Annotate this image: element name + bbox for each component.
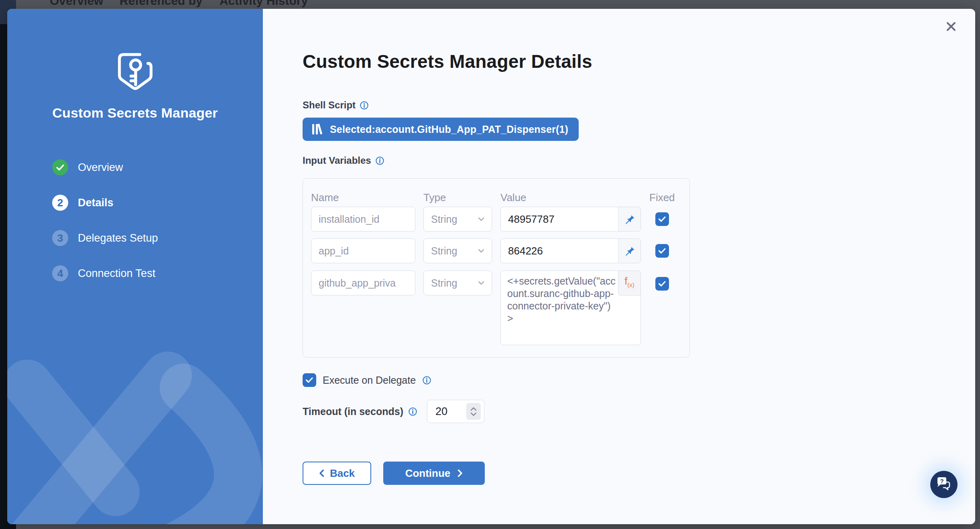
shield-key-icon	[115, 51, 155, 96]
variable-value-input[interactable]: <+secrets.getValue("account.suranc-githu…	[500, 271, 641, 345]
info-icon[interactable]	[422, 376, 431, 385]
step-label: Delegates Setup	[78, 232, 158, 244]
variable-value-text: <+secrets.getValue("account.suranc-githu…	[507, 275, 616, 324]
continue-button-label: Continue	[405, 467, 451, 480]
step-number: 2	[52, 195, 68, 211]
step-label: Overview	[78, 161, 123, 174]
continue-button[interactable]: Continue	[383, 462, 485, 485]
variable-name-input[interactable]: app_id	[311, 238, 415, 263]
step-number: 4	[52, 265, 68, 281]
variable-type-value: String	[431, 277, 457, 289]
custom-secrets-manager-modal: Custom Secrets Manager Overview 2 Detail…	[7, 9, 975, 524]
step-details[interactable]: 2 Details	[52, 195, 158, 211]
variable-name-input[interactable]: github_app_priva	[311, 271, 415, 295]
fixed-value-pin-icon[interactable]	[618, 239, 640, 263]
harness-logo-watermark	[7, 324, 263, 524]
execute-on-delegate-row: Execute on Delegate	[303, 373, 431, 387]
variable-value-text: 864226	[508, 245, 543, 257]
input-variables-table: Name Type Value Fixed installation_id St…	[303, 178, 690, 358]
chevron-down-icon	[478, 281, 484, 285]
template-library-icon	[311, 123, 323, 136]
variable-value-text: 48957787	[508, 213, 555, 226]
wizard-sidebar: Custom Secrets Manager Overview 2 Detail…	[7, 9, 263, 524]
step-complete-check-icon	[52, 159, 68, 175]
variable-type-value: String	[431, 245, 457, 257]
timeout-row: Timeout (in seconds) 20	[303, 400, 484, 423]
execute-on-delegate-checkbox[interactable]	[303, 373, 316, 387]
wizard-steps: Overview 2 Details 3 Delegates Setup 4 C…	[52, 159, 158, 301]
background-tab-overview[interactable]: Overview	[50, 0, 103, 8]
selected-shell-script-button[interactable]: Selected:account.GitHub_App_PAT_Dispense…	[303, 118, 579, 141]
info-icon[interactable]	[408, 407, 417, 416]
input-variables-rows: installation_id String 48957787 app_id S…	[311, 179, 682, 357]
fixed-checkbox[interactable]	[655, 244, 669, 258]
variable-value-input[interactable]: 48957787	[500, 207, 641, 232]
step-label: Connection Test	[78, 267, 155, 280]
step-overview[interactable]: Overview	[52, 159, 158, 175]
expression-fx-icon[interactable]: f(x)	[618, 271, 640, 296]
footer-buttons: Back Continue	[303, 462, 485, 485]
close-icon[interactable]	[943, 18, 959, 35]
variable-type-select[interactable]: String	[423, 271, 492, 295]
step-delegates-setup[interactable]: 3 Delegates Setup	[52, 230, 158, 246]
timeout-input[interactable]: 20	[427, 400, 484, 423]
back-button-label: Back	[330, 467, 355, 480]
wizard-title: Custom Secrets Manager	[7, 105, 263, 121]
number-stepper[interactable]	[466, 403, 481, 420]
background-tab-referenced-by[interactable]: Referenced by	[120, 0, 203, 8]
chat-help-icon: ?	[936, 477, 952, 492]
execute-on-delegate-label: Execute on Delegate	[323, 374, 416, 386]
info-icon[interactable]	[360, 101, 369, 110]
page-title: Custom Secrets Manager Details	[303, 51, 592, 72]
step-label: Details	[78, 197, 114, 209]
chevron-down-icon	[478, 249, 484, 253]
details-panel: Custom Secrets Manager Details Shell Scr…	[263, 9, 975, 524]
variable-value-input[interactable]: 864226	[500, 238, 641, 263]
background-tab-bar: Overview Referenced by Activity History	[0, 0, 980, 9]
fixed-value-pin-icon[interactable]	[618, 207, 640, 231]
variable-type-select[interactable]: String	[423, 238, 492, 263]
input-variables-label: Input Variables	[303, 155, 371, 166]
timeout-label: Timeout (in seconds)	[303, 406, 403, 417]
shell-script-label: Shell Script	[303, 100, 356, 111]
chevron-left-icon	[319, 469, 324, 477]
selected-shell-script-text: Selected:account.GitHub_App_PAT_Dispense…	[330, 124, 568, 135]
info-icon[interactable]	[375, 156, 384, 165]
variable-type-value: String	[431, 214, 457, 225]
timeout-value: 20	[435, 405, 447, 418]
fixed-checkbox[interactable]	[655, 277, 669, 291]
chevron-right-icon	[457, 469, 463, 477]
svg-text:?: ?	[940, 478, 943, 484]
background-tab-activity-history[interactable]: Activity History	[220, 0, 308, 8]
step-connection-test[interactable]: 4 Connection Test	[52, 265, 158, 281]
fixed-checkbox[interactable]	[655, 212, 669, 226]
help-chat-button[interactable]: ?	[930, 471, 958, 498]
chevron-down-icon	[478, 217, 484, 221]
variable-type-select[interactable]: String	[423, 207, 492, 232]
back-button[interactable]: Back	[303, 462, 371, 485]
variable-name-input[interactable]: installation_id	[311, 207, 415, 232]
step-number: 3	[52, 230, 68, 246]
